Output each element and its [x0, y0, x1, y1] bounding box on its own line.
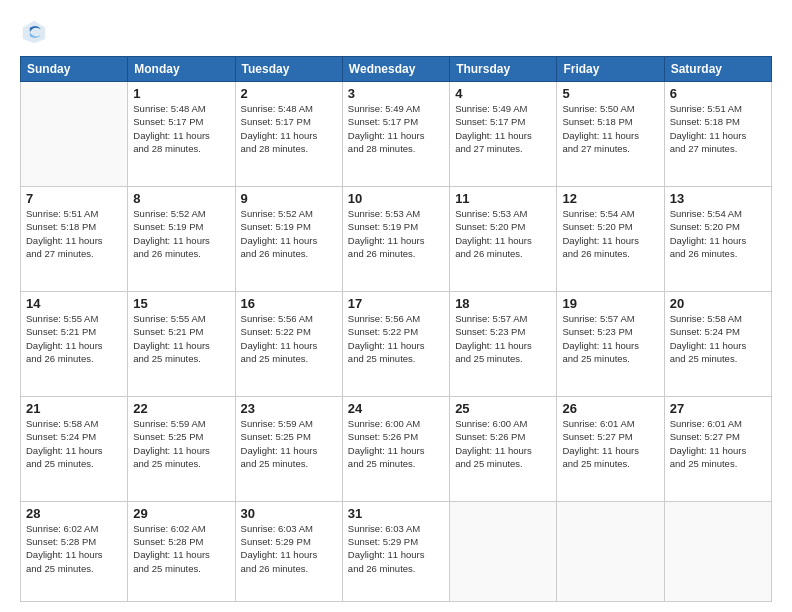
day-cell — [557, 501, 664, 601]
day-cell: 30Sunrise: 6:03 AM Sunset: 5:29 PM Dayli… — [235, 501, 342, 601]
day-number: 15 — [133, 296, 229, 311]
day-number: 28 — [26, 506, 122, 521]
day-info: Sunrise: 6:01 AM Sunset: 5:27 PM Dayligh… — [562, 417, 658, 470]
day-info: Sunrise: 6:00 AM Sunset: 5:26 PM Dayligh… — [455, 417, 551, 470]
day-info: Sunrise: 5:53 AM Sunset: 5:19 PM Dayligh… — [348, 207, 444, 260]
header-cell-friday: Friday — [557, 57, 664, 82]
day-number: 17 — [348, 296, 444, 311]
day-cell: 25Sunrise: 6:00 AM Sunset: 5:26 PM Dayli… — [450, 396, 557, 501]
day-number: 26 — [562, 401, 658, 416]
day-info: Sunrise: 5:49 AM Sunset: 5:17 PM Dayligh… — [455, 102, 551, 155]
day-cell: 9Sunrise: 5:52 AM Sunset: 5:19 PM Daylig… — [235, 186, 342, 291]
day-info: Sunrise: 5:58 AM Sunset: 5:24 PM Dayligh… — [670, 312, 766, 365]
day-cell: 23Sunrise: 5:59 AM Sunset: 5:25 PM Dayli… — [235, 396, 342, 501]
day-info: Sunrise: 6:02 AM Sunset: 5:28 PM Dayligh… — [133, 522, 229, 575]
day-info: Sunrise: 6:03 AM Sunset: 5:29 PM Dayligh… — [348, 522, 444, 575]
day-info: Sunrise: 5:55 AM Sunset: 5:21 PM Dayligh… — [26, 312, 122, 365]
day-cell: 10Sunrise: 5:53 AM Sunset: 5:19 PM Dayli… — [342, 186, 449, 291]
day-cell: 12Sunrise: 5:54 AM Sunset: 5:20 PM Dayli… — [557, 186, 664, 291]
day-number: 2 — [241, 86, 337, 101]
day-cell: 21Sunrise: 5:58 AM Sunset: 5:24 PM Dayli… — [21, 396, 128, 501]
day-cell: 28Sunrise: 6:02 AM Sunset: 5:28 PM Dayli… — [21, 501, 128, 601]
day-number: 23 — [241, 401, 337, 416]
day-cell: 29Sunrise: 6:02 AM Sunset: 5:28 PM Dayli… — [128, 501, 235, 601]
day-number: 22 — [133, 401, 229, 416]
day-cell — [664, 501, 771, 601]
day-cell: 15Sunrise: 5:55 AM Sunset: 5:21 PM Dayli… — [128, 291, 235, 396]
day-cell: 26Sunrise: 6:01 AM Sunset: 5:27 PM Dayli… — [557, 396, 664, 501]
day-cell: 4Sunrise: 5:49 AM Sunset: 5:17 PM Daylig… — [450, 82, 557, 187]
header-cell-saturday: Saturday — [664, 57, 771, 82]
day-info: Sunrise: 5:49 AM Sunset: 5:17 PM Dayligh… — [348, 102, 444, 155]
day-info: Sunrise: 5:56 AM Sunset: 5:22 PM Dayligh… — [241, 312, 337, 365]
day-number: 14 — [26, 296, 122, 311]
day-cell: 16Sunrise: 5:56 AM Sunset: 5:22 PM Dayli… — [235, 291, 342, 396]
day-cell: 31Sunrise: 6:03 AM Sunset: 5:29 PM Dayli… — [342, 501, 449, 601]
logo-icon — [20, 18, 48, 46]
day-number: 30 — [241, 506, 337, 521]
day-number: 16 — [241, 296, 337, 311]
day-cell: 13Sunrise: 5:54 AM Sunset: 5:20 PM Dayli… — [664, 186, 771, 291]
week-row-3: 21Sunrise: 5:58 AM Sunset: 5:24 PM Dayli… — [21, 396, 772, 501]
day-info: Sunrise: 6:02 AM Sunset: 5:28 PM Dayligh… — [26, 522, 122, 575]
day-number: 9 — [241, 191, 337, 206]
header-cell-tuesday: Tuesday — [235, 57, 342, 82]
day-info: Sunrise: 6:03 AM Sunset: 5:29 PM Dayligh… — [241, 522, 337, 575]
day-cell: 8Sunrise: 5:52 AM Sunset: 5:19 PM Daylig… — [128, 186, 235, 291]
day-number: 3 — [348, 86, 444, 101]
day-cell: 19Sunrise: 5:57 AM Sunset: 5:23 PM Dayli… — [557, 291, 664, 396]
day-number: 31 — [348, 506, 444, 521]
header — [20, 18, 772, 46]
day-cell: 24Sunrise: 6:00 AM Sunset: 5:26 PM Dayli… — [342, 396, 449, 501]
day-number: 10 — [348, 191, 444, 206]
day-number: 21 — [26, 401, 122, 416]
day-number: 19 — [562, 296, 658, 311]
day-number: 4 — [455, 86, 551, 101]
day-number: 18 — [455, 296, 551, 311]
header-cell-monday: Monday — [128, 57, 235, 82]
day-info: Sunrise: 5:59 AM Sunset: 5:25 PM Dayligh… — [133, 417, 229, 470]
day-number: 27 — [670, 401, 766, 416]
day-number: 7 — [26, 191, 122, 206]
day-cell: 20Sunrise: 5:58 AM Sunset: 5:24 PM Dayli… — [664, 291, 771, 396]
day-info: Sunrise: 5:48 AM Sunset: 5:17 PM Dayligh… — [241, 102, 337, 155]
calendar: SundayMondayTuesdayWednesdayThursdayFrid… — [20, 56, 772, 602]
day-number: 1 — [133, 86, 229, 101]
week-row-2: 14Sunrise: 5:55 AM Sunset: 5:21 PM Dayli… — [21, 291, 772, 396]
day-info: Sunrise: 6:01 AM Sunset: 5:27 PM Dayligh… — [670, 417, 766, 470]
day-info: Sunrise: 5:56 AM Sunset: 5:22 PM Dayligh… — [348, 312, 444, 365]
day-cell: 11Sunrise: 5:53 AM Sunset: 5:20 PM Dayli… — [450, 186, 557, 291]
day-number: 5 — [562, 86, 658, 101]
day-cell — [21, 82, 128, 187]
day-cell: 1Sunrise: 5:48 AM Sunset: 5:17 PM Daylig… — [128, 82, 235, 187]
day-info: Sunrise: 5:57 AM Sunset: 5:23 PM Dayligh… — [562, 312, 658, 365]
day-info: Sunrise: 5:54 AM Sunset: 5:20 PM Dayligh… — [562, 207, 658, 260]
day-cell: 17Sunrise: 5:56 AM Sunset: 5:22 PM Dayli… — [342, 291, 449, 396]
logo — [20, 18, 52, 46]
day-info: Sunrise: 5:58 AM Sunset: 5:24 PM Dayligh… — [26, 417, 122, 470]
day-cell: 14Sunrise: 5:55 AM Sunset: 5:21 PM Dayli… — [21, 291, 128, 396]
day-info: Sunrise: 5:48 AM Sunset: 5:17 PM Dayligh… — [133, 102, 229, 155]
day-cell: 22Sunrise: 5:59 AM Sunset: 5:25 PM Dayli… — [128, 396, 235, 501]
week-row-0: 1Sunrise: 5:48 AM Sunset: 5:17 PM Daylig… — [21, 82, 772, 187]
svg-marker-0 — [23, 21, 45, 43]
day-info: Sunrise: 6:00 AM Sunset: 5:26 PM Dayligh… — [348, 417, 444, 470]
day-info: Sunrise: 5:54 AM Sunset: 5:20 PM Dayligh… — [670, 207, 766, 260]
day-info: Sunrise: 5:53 AM Sunset: 5:20 PM Dayligh… — [455, 207, 551, 260]
header-cell-thursday: Thursday — [450, 57, 557, 82]
day-number: 11 — [455, 191, 551, 206]
day-info: Sunrise: 5:51 AM Sunset: 5:18 PM Dayligh… — [26, 207, 122, 260]
day-number: 8 — [133, 191, 229, 206]
day-cell: 2Sunrise: 5:48 AM Sunset: 5:17 PM Daylig… — [235, 82, 342, 187]
day-cell: 27Sunrise: 6:01 AM Sunset: 5:27 PM Dayli… — [664, 396, 771, 501]
header-cell-wednesday: Wednesday — [342, 57, 449, 82]
day-cell: 3Sunrise: 5:49 AM Sunset: 5:17 PM Daylig… — [342, 82, 449, 187]
day-cell: 18Sunrise: 5:57 AM Sunset: 5:23 PM Dayli… — [450, 291, 557, 396]
calendar-body: 1Sunrise: 5:48 AM Sunset: 5:17 PM Daylig… — [21, 82, 772, 602]
day-cell — [450, 501, 557, 601]
day-info: Sunrise: 5:59 AM Sunset: 5:25 PM Dayligh… — [241, 417, 337, 470]
header-row: SundayMondayTuesdayWednesdayThursdayFrid… — [21, 57, 772, 82]
week-row-4: 28Sunrise: 6:02 AM Sunset: 5:28 PM Dayli… — [21, 501, 772, 601]
day-number: 25 — [455, 401, 551, 416]
day-cell: 5Sunrise: 5:50 AM Sunset: 5:18 PM Daylig… — [557, 82, 664, 187]
